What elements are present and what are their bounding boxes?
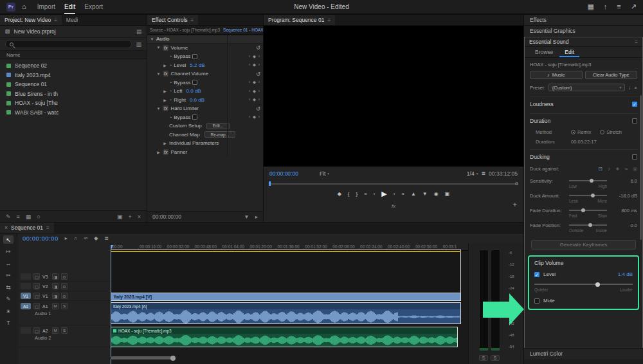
mute-checkbox[interactable] (534, 298, 539, 304)
scrubber-playhead[interactable] (269, 181, 271, 186)
compare-view-icon[interactable]: ▣ (445, 191, 450, 197)
scrubber-end-handle[interactable] (515, 182, 518, 185)
meter-solo-button[interactable]: S (491, 355, 500, 361)
es-tab-edit[interactable]: Edit (559, 48, 579, 57)
audio-clip-italy[interactable]: Italy 2023.mp4 [A] (111, 302, 461, 324)
slider-thumb[interactable] (588, 223, 592, 227)
property-value[interactable]: 0.0 dB (186, 88, 201, 94)
add-button[interactable]: + (513, 201, 517, 208)
delete-icon[interactable]: × (138, 214, 141, 220)
source-patch[interactable] (21, 327, 31, 334)
effect-row[interactable]: Channel Map Re-map... (147, 131, 263, 140)
panel-scrollbar[interactable] (640, 95, 642, 240)
es-tab-browse[interactable]: Browse (530, 48, 558, 57)
project-item[interactable]: HOAX - soju [The (0, 98, 147, 108)
snap-icon[interactable]: ∩ (74, 235, 78, 241)
loop-icon[interactable]: ▸ (255, 214, 258, 220)
disclosure-icon[interactable]: ▼ (156, 107, 161, 111)
level-checkbox[interactable] (534, 272, 539, 277)
sequence-clip-tab[interactable]: Sequence 01 - HOAX - soju [Thematic].mp3 (223, 28, 263, 32)
track-header-v1[interactable]: V1 ▢ V1 ◨ ⊙ (18, 291, 110, 301)
duck-music-icon[interactable]: ♪ (608, 166, 610, 172)
playhead-line[interactable] (111, 251, 111, 364)
go-to-in-icon[interactable]: « (364, 191, 367, 197)
level-slider[interactable] (534, 281, 633, 287)
level-slider-thumb[interactable] (595, 282, 600, 287)
slider-track[interactable] (569, 192, 607, 199)
duck-sfx-icon[interactable]: ∗ (615, 166, 620, 172)
lumetri-color-panel-header[interactable]: Lumetri Color (524, 348, 643, 359)
slider-value[interactable]: 6.0 (610, 178, 637, 184)
mark-out-icon[interactable]: } (356, 191, 358, 197)
loudness-section-header[interactable]: Loudness (530, 96, 637, 111)
effect-row[interactable]: ▶ ◔ Level 5.2 dB ‹ ◆ › (147, 61, 263, 70)
play-icon[interactable]: ▶ (381, 190, 386, 198)
new-bin-icon[interactable]: ▣ (117, 214, 123, 220)
duck-dialogue-icon[interactable]: ⊡ (598, 166, 602, 172)
track-header-v3[interactable]: ▢ V3 ◨ ⊙ (18, 272, 110, 282)
sync-lock-icon[interactable]: ◨ (52, 283, 59, 289)
fullscreen-icon[interactable]: ↗ (631, 3, 637, 10)
quick-export-icon[interactable]: ↑ (604, 3, 608, 10)
program-scrubber[interactable] (269, 181, 518, 186)
global-fx-mute-button[interactable]: fx (264, 201, 523, 211)
timeline-lanes[interactable]: 00:0000:00:16:0000:00:32:0000:00:48:0000… (111, 243, 468, 364)
keyframe-nav[interactable]: ‹ ◆ › (249, 62, 260, 68)
eye-icon[interactable]: ⊙ (61, 273, 68, 280)
add-marker-icon[interactable]: ◆ (94, 235, 98, 241)
fx-toggle-icon[interactable]: fx (163, 71, 168, 77)
source-patch[interactable]: A1 (21, 303, 31, 309)
generate-keyframes-button[interactable]: Generate Keyframes (531, 240, 637, 250)
slider-value[interactable]: 0.0 (610, 223, 637, 228)
panel-menu-icon[interactable]: ≡ (46, 225, 50, 231)
filter-icon[interactable]: ▼ (244, 214, 249, 220)
reset-icon[interactable]: ↺ (256, 44, 260, 51)
reset-icon[interactable]: ↺ (256, 71, 260, 77)
track-header-a1[interactable]: A1 ▢ A1 M S Audio 1 (18, 301, 110, 325)
effect-row[interactable]: ▼ fx Channel Volume ↺ (147, 69, 263, 78)
disclosure-icon[interactable]: ▼ (150, 37, 154, 41)
sync-lock-icon[interactable]: ◨ (52, 293, 59, 299)
track-id[interactable]: V1 (42, 294, 50, 298)
source-patch[interactable] (21, 273, 31, 280)
disclosure-icon[interactable]: ▶ (156, 150, 161, 154)
icon-view-icon[interactable]: ▦ (26, 214, 32, 220)
method-radio-stretch[interactable]: Stretch (600, 129, 622, 135)
home-icon[interactable]: ⌂ (22, 3, 26, 10)
sync-lock-icon[interactable]: ◨ (52, 273, 59, 280)
lock-icon[interactable]: ▢ (33, 293, 40, 299)
source-patch[interactable]: V1 (21, 293, 31, 299)
effect-row[interactable]: ▼ Audio (147, 35, 263, 44)
list-view-icon[interactable]: ≡ (17, 214, 20, 220)
step-forward-icon[interactable]: › (394, 191, 395, 197)
keyframe-nav[interactable]: ‹ ◆ › (249, 54, 260, 59)
lock-icon[interactable]: ▢ (33, 303, 40, 309)
solo-button[interactable]: S (61, 327, 68, 334)
ducking-section-header[interactable]: Ducking (530, 149, 637, 163)
mute-button[interactable]: M (52, 303, 59, 309)
stopwatch-icon[interactable]: ◔ (169, 115, 172, 120)
menu-import[interactable]: Import (33, 0, 60, 14)
project-list-header[interactable]: Name (0, 51, 147, 59)
duck-ambience-icon[interactable]: ≈ (625, 166, 628, 172)
effect-row[interactable]: ◔ Bypass ‹ ◆ › (147, 113, 263, 122)
track-name[interactable]: Audio 1 (21, 311, 107, 316)
effect-row[interactable]: ▼ fx Hard Limiter ↺ (147, 104, 263, 113)
effect-row[interactable]: ▶ ◔ Right 0.0 dB ‹ ◆ › (147, 96, 263, 105)
essential-sound-title[interactable]: Essential Sound ≡ (525, 37, 642, 47)
disclosure-icon[interactable]: ▼ (156, 72, 161, 76)
linked-selection-icon[interactable]: ∞ (84, 235, 87, 241)
type-tool[interactable]: T (3, 319, 14, 327)
stopwatch-icon[interactable]: ◔ (169, 63, 172, 68)
new-item-icon[interactable]: + (128, 214, 131, 220)
slider-track[interactable] (569, 222, 607, 228)
method-radio-remix[interactable]: Remix (571, 129, 591, 135)
bypass-checkbox[interactable] (192, 54, 197, 59)
effect-row[interactable]: ◔ Bypass ‹ ◆ › (147, 52, 263, 61)
edit-in-icon[interactable]: ✎ (6, 214, 11, 220)
menu-export[interactable]: Export (80, 0, 107, 14)
add-marker-icon[interactable]: ◆ (338, 191, 341, 197)
duration-value[interactable]: 00.03:22:17 (571, 139, 597, 145)
step-back-icon[interactable]: ‹ (374, 191, 376, 197)
extract-icon[interactable]: ▼ (422, 191, 428, 197)
